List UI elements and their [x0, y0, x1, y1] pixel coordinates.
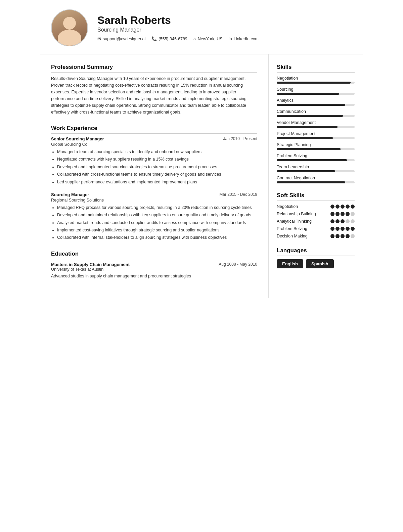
candidate-name: Sarah Roberts [97, 14, 352, 26]
education-title: Education [51, 251, 257, 259]
summary-section: Professional Summary Results-driven Sour… [51, 64, 257, 116]
skill-item: Problem Solving [277, 153, 355, 161]
skills-section: Skills Negotiation Sourcing Analytics Co… [277, 64, 355, 183]
list-item: Implemented cost-saving initiatives thro… [57, 227, 257, 233]
dot [346, 227, 350, 231]
dot [330, 234, 334, 238]
list-item: Collaborated with cross-functional teams… [57, 171, 257, 178]
edu-1-header: Masters in Supply Chain Management Aug 2… [51, 262, 257, 267]
skill-bar-fill [277, 93, 339, 95]
dots-container [330, 219, 355, 223]
summary-title: Professional Summary [51, 64, 257, 73]
skill-bar-bg [277, 126, 355, 128]
dot [341, 219, 345, 223]
phone-contact: 📞 (555) 345-6789 [151, 36, 187, 41]
dot [351, 219, 355, 223]
list-item: Negotiated contracts with key suppliers … [57, 156, 257, 163]
soft-skill-item: Negotiation [277, 204, 355, 209]
dot [351, 227, 355, 231]
skill-bar-fill [277, 104, 345, 106]
skill-bar-fill [277, 181, 345, 183]
skill-bar-fill [277, 159, 347, 161]
work-experience-title: Work Experience [51, 125, 257, 134]
soft-skill-item: Relationship Building [277, 212, 355, 216]
dot [330, 227, 334, 231]
job-2: Sourcing Manager Mar 2015 - Dec 2019 Reg… [51, 192, 257, 241]
skill-bar-bg [277, 148, 355, 150]
dot [341, 227, 345, 231]
languages-section: Languages EnglishSpanish [277, 247, 355, 268]
soft-skill-item: Decision Making [277, 234, 355, 238]
edu-1-school: University of Texas at Austin [51, 267, 257, 272]
skill-item: Contract Negotiation [277, 176, 355, 183]
location-contact: ⌂ NewYork, US [193, 36, 223, 41]
linkedin-icon: in [229, 36, 232, 41]
skill-bar-bg [277, 104, 355, 106]
language-badge: English [277, 259, 303, 268]
list-item: Led supplier performance evaluations and… [57, 179, 257, 185]
dot [335, 219, 340, 223]
job-1-date: Jan 2010 - Present [223, 136, 257, 141]
job-2-title: Sourcing Manager [51, 192, 89, 197]
phone-value: (555) 345-6789 [159, 37, 187, 41]
skill-bar-bg [277, 170, 355, 172]
dot [341, 212, 345, 216]
dot [330, 205, 334, 209]
job-1-company: Global Sourcing Co. [51, 142, 257, 147]
soft-skill-item: Problem Solving [277, 226, 355, 231]
list-item: Developed and implemented sourcing strat… [57, 164, 257, 170]
job-2-bullets: Managed RFQ process for various sourcing… [51, 205, 257, 241]
job-2-header: Sourcing Manager Mar 2015 - Dec 2019 [51, 192, 257, 197]
job-1-title: Senior Sourcing Manager [51, 136, 104, 141]
dot [351, 205, 355, 209]
job-2-company: Regional Sourcing Solutions [51, 198, 257, 203]
email-value: support@cvdesigner.ai [103, 37, 145, 41]
edu-1-desc: Advanced studies in supply chain managem… [51, 273, 257, 279]
dot [330, 219, 334, 223]
dots-container [330, 212, 355, 216]
soft-skill-item: Analytical Thinking [277, 219, 355, 224]
header-info: Sarah Roberts Sourcing Manager ✉ support… [97, 14, 352, 41]
job-1: Senior Sourcing Manager Jan 2010 - Prese… [51, 136, 257, 185]
work-experience-section: Work Experience Senior Sourcing Manager … [51, 125, 257, 241]
dots-container [330, 227, 355, 231]
skill-bar-bg [277, 137, 355, 139]
dot [346, 205, 350, 209]
dot [335, 212, 340, 216]
skill-name: Sourcing [277, 87, 355, 92]
skill-name: Vendor Management [277, 120, 355, 125]
skill-name: Negotiation [277, 76, 355, 81]
skill-name: Analytics [277, 98, 355, 103]
dot [330, 212, 334, 216]
skill-item: Team Leadership [277, 165, 355, 172]
soft-skill-name: Problem Solving [277, 226, 330, 231]
skill-name: Contract Negotiation [277, 176, 355, 180]
dots-container [330, 205, 355, 209]
language-badges: EnglishSpanish [277, 259, 355, 268]
candidate-title: Sourcing Manager [97, 27, 352, 33]
list-item: Managed a team of sourcing specialists t… [57, 149, 257, 155]
job-2-date: Mar 2015 - Dec 2019 [219, 192, 257, 197]
dot [351, 212, 355, 216]
dot [351, 234, 355, 238]
skill-bar-fill [277, 170, 335, 172]
list-item: Developed and maintained relationships w… [57, 212, 257, 218]
skill-name: Strategic Planning [277, 142, 355, 147]
linkedin-contact: in LinkedIn.com [229, 36, 259, 41]
skill-bar-fill [277, 82, 351, 84]
dot [335, 227, 340, 231]
skill-name: Problem Solving [277, 153, 355, 158]
skill-bar-bg [277, 159, 355, 161]
skill-item: Analytics [277, 98, 355, 106]
skill-name: Team Leadership [277, 165, 355, 169]
dot [335, 234, 340, 238]
dot [341, 205, 345, 209]
email-icon: ✉ [97, 36, 101, 41]
edu-1-degree: Masters in Supply Chain Management [51, 262, 130, 267]
dots-container [330, 234, 355, 238]
skill-bar-bg [277, 93, 355, 95]
email-contact: ✉ support@cvdesigner.ai [97, 36, 145, 41]
list-item: Collaborated with internal stakeholders … [57, 234, 257, 241]
education-section: Education Masters in Supply Chain Manage… [51, 251, 257, 279]
resume-header: Sarah Roberts Sourcing Manager ✉ support… [40, 0, 363, 54]
